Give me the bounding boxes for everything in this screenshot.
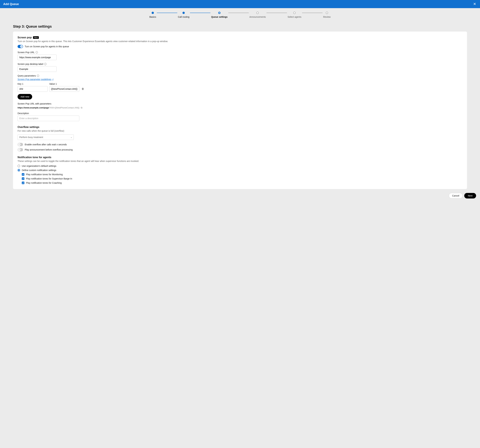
close-icon: ✕ [473, 2, 476, 6]
step-queue-settings[interactable]: Queue settings [211, 12, 227, 18]
add-new-button[interactable]: Add new [18, 94, 32, 100]
checkbox-monitoring-label: Play notification tones for Monitoring [26, 173, 63, 176]
copy-icon: ⧉ [81, 106, 82, 109]
modal-header: Add Queue ✕ [0, 0, 480, 8]
value-label: Value 1 [49, 83, 79, 85]
trash-icon: 🗑 [82, 87, 84, 90]
screen-pop-desktop-label-input[interactable] [18, 66, 56, 72]
radio-custom-label: Define custom notification settings [22, 169, 56, 171]
new-badge: New [33, 36, 39, 39]
screen-pop-title: Screen pop [18, 36, 32, 39]
modal-title: Add Queue [3, 2, 19, 6]
radio-icon [18, 169, 20, 171]
checkbox-monitoring[interactable]: Play notification tones for Monitoring [22, 173, 462, 176]
checkbox-icon [22, 177, 24, 180]
url-preview-label: Screen Pop URL with parameters [18, 102, 462, 105]
key-input[interactable] [18, 86, 48, 92]
notification-desc: These settings can be used to toggle the… [18, 160, 462, 162]
screen-pop-toggle-label: Turn on Screen pop for agents in this qu… [25, 45, 69, 48]
checkbox-icon [22, 182, 24, 184]
overflow-select[interactable]: Perform busy treatment [18, 135, 74, 140]
stepper: Basics Call routing Queue settings Annou… [0, 8, 480, 20]
overflow-wait-toggle-label: Enable overflow after calls wait x secon… [25, 143, 67, 146]
info-icon[interactable]: i [35, 51, 38, 53]
overflow-announce-toggle-label: Play announcement before overflow proces… [25, 149, 73, 151]
delete-param-button[interactable]: 🗑 [81, 86, 85, 92]
settings-card: Screen pop New Turn on Screen pop for ag… [13, 32, 467, 189]
step-review[interactable]: Review [323, 12, 331, 18]
screen-pop-title-row: Screen pop New [18, 36, 462, 39]
overflow-wait-toggle[interactable]: ✕ [18, 143, 23, 146]
modal-footer: Cancel Next [0, 189, 480, 202]
description-label: Description [18, 112, 462, 115]
radio-icon [18, 165, 20, 167]
value-input[interactable] [49, 86, 79, 92]
screen-pop-desc: Turn on Screen pop for agents in this qu… [18, 40, 462, 43]
screen-pop-url-label: Screen Pop URL i [18, 51, 462, 54]
checkbox-coaching-label: Play notification tones for Coaching [26, 182, 62, 184]
screen-pop-toggle[interactable] [18, 45, 23, 48]
radio-custom[interactable]: Define custom notification settings [18, 169, 462, 171]
overflow-desc: For new calls when the queue is full (ov… [18, 129, 462, 132]
checkbox-coaching[interactable]: Play notification tones for Coaching [22, 182, 462, 184]
next-button[interactable]: Next [464, 193, 476, 199]
step-announcements[interactable]: Announcements [249, 12, 266, 18]
step-select-agents[interactable]: Select agents [288, 12, 301, 18]
info-icon[interactable]: i [44, 63, 46, 65]
page-title: Step 3: Queue settings [0, 24, 480, 28]
cancel-button[interactable]: Cancel [449, 193, 463, 199]
screen-pop-url-input[interactable] [18, 55, 56, 60]
close-button[interactable]: ✕ [473, 2, 477, 6]
overflow-title: Overflow settings [18, 126, 462, 128]
checkbox-barge-in-label: Play notification tones for Supervisor B… [26, 177, 72, 180]
external-link-icon: ↗ [52, 78, 54, 80]
step-call-routing[interactable]: Call routing [178, 12, 190, 18]
guidelines-link[interactable]: Screen Pop parameter guidelines ↗ [18, 78, 54, 81]
description-input[interactable] [18, 116, 79, 121]
step-basics[interactable]: Basics [149, 12, 156, 18]
checkbox-barge-in[interactable]: Play notification tones for Supervisor B… [22, 177, 462, 180]
key-label: Key 1 [18, 83, 48, 85]
info-icon[interactable]: i [37, 75, 39, 77]
screen-pop-desktop-label-label: Screen pop desktop label i [18, 63, 462, 65]
radio-org-default-label: Use organization's default settings [22, 165, 56, 167]
notification-title: Notification tone for agents [18, 156, 462, 159]
radio-org-default[interactable]: Use organization's default settings [18, 165, 462, 167]
url-preview-value: https://www.example.com/page?ANI={{NewPh… [18, 106, 462, 109]
query-params-label: Query parameters i [18, 74, 462, 77]
copy-button[interactable]: ⧉ [81, 106, 82, 109]
overflow-announce-toggle[interactable]: ✕ [18, 148, 23, 151]
checkbox-icon [22, 173, 24, 176]
